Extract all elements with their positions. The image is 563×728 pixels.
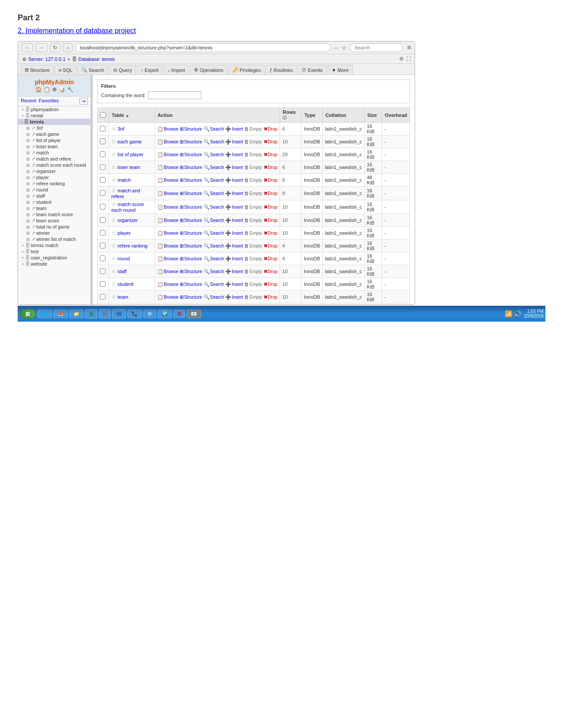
filters-input[interactable] xyxy=(148,91,201,99)
empty-btn-5[interactable]: 🗑 Empty xyxy=(244,191,262,196)
sidebar-item-tennis-match[interactable]: + 🗄 tennis match xyxy=(18,242,91,248)
tab-sql[interactable]: ≡ SQL xyxy=(55,65,76,75)
sidebar-table-organizer[interactable]: ⊞ ↗ organizer xyxy=(18,168,91,174)
drop-btn-13[interactable]: ✖ Drop xyxy=(264,294,278,300)
structure-btn-7[interactable]: ⊞ Structure xyxy=(180,218,202,223)
database-link[interactable]: Database: tennis xyxy=(79,56,115,62)
star-icon-4[interactable]: ☆ xyxy=(111,177,116,183)
search-btn-6[interactable]: 🔍 Search xyxy=(204,204,224,210)
structure-btn-10[interactable]: ⊞ Structure xyxy=(180,256,202,262)
structure-btn-4[interactable]: ⊞ Structure xyxy=(180,177,202,183)
sidebar-table-team-match-score[interactable]: ⊞ ↗ team match score xyxy=(18,211,91,218)
start-button[interactable]: ⊞ xyxy=(19,309,36,319)
table-name-link-4[interactable]: match xyxy=(117,177,131,183)
empty-btn-9[interactable]: 🗑 Empty xyxy=(244,243,262,248)
tab-operations[interactable]: ⚙ Operations xyxy=(190,65,227,75)
sidebar-item-rental[interactable]: + 🗄 rental xyxy=(18,113,91,119)
gear-icon[interactable]: ⚙ xyxy=(399,56,404,62)
star-icon-10[interactable]: ☆ xyxy=(111,255,116,262)
search-btn-13[interactable]: 🔍 Search xyxy=(204,294,224,300)
empty-btn-6[interactable]: 🗑 Empty xyxy=(244,204,262,210)
table-name-link-12[interactable]: student xyxy=(117,281,133,287)
taskbar-opera[interactable]: O xyxy=(174,310,185,318)
row-checkbox-9[interactable] xyxy=(100,243,106,248)
structure-btn-11[interactable]: ⊞ Structure xyxy=(180,269,202,274)
insert-btn-9[interactable]: ➕ Insert xyxy=(225,243,243,249)
sidebar-table-total-no-of-game[interactable]: ⊞ ↗ total no of game xyxy=(18,224,91,230)
empty-btn-3[interactable]: 🗑 Empty xyxy=(244,165,262,170)
search-btn-3[interactable]: 🔍 Search xyxy=(204,165,224,170)
search-btn-1[interactable]: 🔍 Search xyxy=(204,139,224,145)
tab-query[interactable]: ◎ Query xyxy=(109,65,136,75)
tab-structure[interactable]: ⊞ Structure xyxy=(21,65,54,75)
structure-btn-8[interactable]: ⊞ Structure xyxy=(180,230,202,236)
insert-btn-4[interactable]: ➕ Insert xyxy=(225,177,243,183)
empty-btn-13[interactable]: 🗑 Empty xyxy=(244,294,262,300)
row-checkbox-0[interactable] xyxy=(100,126,106,131)
sidebar-item-user-registration[interactable]: + 🗄 user_registration xyxy=(18,255,91,261)
browse-btn-7[interactable]: 📋 Browse xyxy=(157,218,178,223)
browse-btn-1[interactable]: 📋 Browse xyxy=(157,139,178,145)
sidebar-table-match-and-refere[interactable]: ⊞ ↗ match and refere xyxy=(18,156,91,162)
row-checkbox-4[interactable] xyxy=(100,177,106,183)
row-checkbox-12[interactable] xyxy=(100,281,106,287)
star-icon-2[interactable]: ☆ xyxy=(111,151,116,158)
star-icon-0[interactable]: ☆ xyxy=(111,126,116,132)
table-name-link-1[interactable]: each game xyxy=(117,139,141,144)
sidebar-table-team[interactable]: ⊞ ↗ team xyxy=(18,205,91,211)
table-name-link-3[interactable]: loser team xyxy=(117,165,140,170)
search-btn-4[interactable]: 🔍 Search xyxy=(204,177,224,183)
empty-btn-4[interactable]: 🗑 Empty xyxy=(244,177,262,183)
empty-btn-0[interactable]: 🗑 Empty xyxy=(244,126,262,131)
row-checkbox-13[interactable] xyxy=(100,294,106,300)
sidebar-table-loser-team[interactable]: ⊞ ↗ loser team xyxy=(18,143,91,150)
row-checkbox-10[interactable] xyxy=(100,255,106,261)
empty-btn-12[interactable]: 🗑 Empty xyxy=(244,281,262,287)
row-checkbox-3[interactable] xyxy=(100,164,106,170)
forward-button[interactable]: → xyxy=(36,43,47,52)
insert-btn-7[interactable]: ➕ Insert xyxy=(225,218,243,223)
taskbar-firefox[interactable]: 🦊 xyxy=(53,310,68,318)
structure-btn-0[interactable]: ⊞ Structure xyxy=(180,126,202,132)
server-link[interactable]: Server: 127.0.0.1 xyxy=(28,56,65,62)
sidebar-table-each-game[interactable]: ⊞ ↗ each game xyxy=(18,131,91,137)
expand-icon[interactable]: ⛶ xyxy=(406,56,411,62)
taskbar-excel[interactable]: X xyxy=(85,309,97,319)
table-name-link-11[interactable]: staff xyxy=(117,269,127,274)
rows-header[interactable]: Rows ⓘ xyxy=(280,108,302,123)
browse-btn-9[interactable]: 📋 Browse xyxy=(157,243,178,249)
browse-btn-8[interactable]: 📋 Browse xyxy=(157,230,178,236)
taskbar-skype[interactable]: 📞 xyxy=(128,310,142,318)
taskbar-chrome[interactable]: 🌍 xyxy=(158,310,172,318)
taskbar-explorer[interactable]: 📁 xyxy=(69,310,83,318)
drop-btn-0[interactable]: ✖ Drop xyxy=(264,126,278,132)
star-icon-9[interactable]: ☆ xyxy=(111,243,116,249)
url-bar[interactable] xyxy=(75,43,331,52)
empty-btn-10[interactable]: 🗑 Empty xyxy=(244,256,262,261)
row-checkbox-11[interactable] xyxy=(100,268,106,274)
row-checkbox-8[interactable] xyxy=(100,230,106,236)
sidebar-item-tennis[interactable]: - 🗄 tennis xyxy=(18,119,91,125)
sidebar-table-staff[interactable]: ⊞ ↗ staff xyxy=(18,193,91,199)
table-name-header[interactable]: Table ▲ xyxy=(109,108,155,123)
browse-btn-3[interactable]: 📋 Browse xyxy=(157,165,178,170)
drop-btn-10[interactable]: ✖ Drop xyxy=(264,256,278,262)
row-checkbox-5[interactable] xyxy=(100,190,106,196)
row-checkbox-6[interactable] xyxy=(100,204,106,210)
insert-btn-2[interactable]: ➕ Insert xyxy=(225,152,243,158)
browse-btn-11[interactable]: 📋 Browse xyxy=(157,269,178,274)
taskbar-ie[interactable]: 🌐 xyxy=(38,310,52,318)
sidebar-tool-5[interactable]: 🔧 xyxy=(67,86,74,93)
sidebar-item-test[interactable]: + 🗄 test xyxy=(18,248,91,255)
structure-btn-1[interactable]: ⊞ Structure xyxy=(180,139,202,145)
insert-btn-10[interactable]: ➕ Insert xyxy=(225,256,243,262)
drop-btn-6[interactable]: ✖ Drop xyxy=(264,204,278,210)
star-icon-11[interactable]: ☆ xyxy=(111,268,116,274)
search-btn-5[interactable]: 🔍 Search xyxy=(204,191,224,196)
drop-btn-12[interactable]: ✖ Drop xyxy=(264,281,278,287)
browse-btn-2[interactable]: 📋 Browse xyxy=(157,152,178,158)
search-btn-12[interactable]: 🔍 Search xyxy=(204,281,224,287)
browse-btn-6[interactable]: 📋 Browse xyxy=(157,204,178,210)
table-name-link-10[interactable]: round xyxy=(117,256,130,261)
tab-export[interactable]: ↑ Export xyxy=(137,65,162,75)
